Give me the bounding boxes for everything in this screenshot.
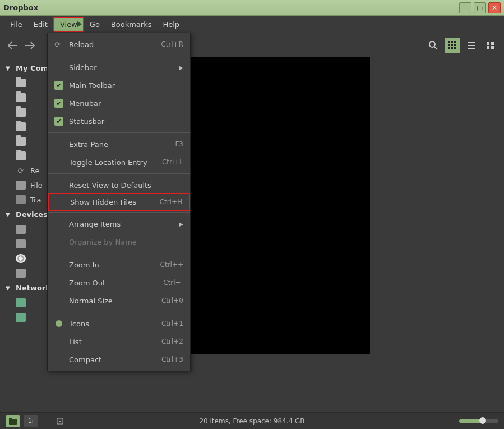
sidebar-item-label: Re — [30, 167, 39, 175]
zoom-knob[interactable] — [479, 417, 486, 424]
menu-go[interactable]: Go — [84, 18, 105, 31]
disk-icon — [16, 254, 26, 263]
menu-item-accel: Ctrl+L — [162, 158, 183, 166]
folder-icon — [16, 137, 26, 146]
drive-icon — [16, 225, 26, 234]
folder-icon — [16, 79, 26, 87]
recent-icon: ⟳ — [16, 166, 26, 175]
svg-rect-3 — [454, 41, 456, 43]
menu-sidebar[interactable]: Sidebar ▶ — [48, 58, 190, 76]
folder-icon — [16, 108, 26, 117]
folder-icon — [16, 122, 26, 131]
menu-item-accel: Ctrl++ — [160, 261, 183, 269]
tree-button[interactable]: 1: — [24, 415, 38, 427]
close-button[interactable]: ✕ — [488, 2, 501, 13]
grid-icon — [448, 41, 456, 49]
svg-rect-7 — [448, 47, 450, 49]
menu-item-accel: F3 — [175, 140, 183, 148]
menu-reload[interactable]: ⟳ Reload Ctrl+R — [48, 35, 190, 53]
menu-normal-size[interactable]: Normal Size Ctrl+0 — [48, 292, 190, 310]
menu-compact-view[interactable]: Compact Ctrl+3 — [48, 350, 190, 368]
menu-bookmarks[interactable]: Bookmarks — [105, 18, 158, 31]
menu-item-label: Main Toolbar — [69, 81, 183, 90]
zoom-slider[interactable] — [459, 419, 498, 423]
radio-selected-icon — [56, 320, 62, 327]
search-icon — [429, 41, 438, 50]
menu-item-label: Toggle Location Entry — [69, 158, 162, 167]
menu-file[interactable]: File — [4, 18, 28, 31]
statusbar: 1: 20 items, Free space: 984.4 GB — [0, 412, 504, 429]
close-pane-icon — [57, 418, 63, 425]
menu-zoom-out[interactable]: Zoom Out Ctrl+- — [48, 274, 190, 292]
menu-item-accel: Ctrl+2 — [161, 338, 183, 345]
menu-item-label: Reset View to Defaults — [69, 181, 183, 190]
menu-item-label: Icons — [70, 320, 161, 328]
menu-separator — [48, 253, 190, 253]
menu-separator — [48, 173, 190, 174]
titlebar: Dropbox – ▢ ✕ — [0, 0, 504, 16]
menu-extra-pane[interactable]: Extra Pane F3 — [48, 135, 190, 153]
menu-help[interactable]: Help — [157, 18, 185, 31]
menu-zoom-in[interactable]: Zoom In Ctrl++ — [48, 256, 190, 274]
svg-rect-6 — [454, 44, 456, 46]
svg-rect-5 — [451, 44, 453, 46]
status-text: 20 items, Free space: 984.4 GB — [199, 417, 304, 425]
sidebar-item-label: Tra — [30, 196, 41, 204]
menu-toggle-location[interactable]: Toggle Location Entry Ctrl+L — [48, 153, 190, 171]
svg-rect-10 — [468, 42, 475, 43]
list-view-button[interactable] — [464, 38, 479, 53]
menu-item-label: Show Hidden Files — [70, 198, 160, 206]
menu-item-label: Sidebar — [69, 63, 179, 72]
forward-button[interactable] — [24, 39, 37, 52]
drive-icon — [16, 181, 26, 190]
compact-icon — [487, 41, 494, 49]
compact-view-button[interactable] — [483, 38, 498, 53]
menu-list-view[interactable]: List Ctrl+2 — [48, 333, 190, 350]
back-button[interactable] — [6, 39, 19, 52]
menu-item-label: Compact — [69, 356, 161, 364]
places-button[interactable] — [6, 415, 20, 427]
menu-view[interactable]: View — [53, 17, 84, 32]
menu-reset-view[interactable]: Reset View to Defaults — [48, 176, 190, 194]
maximize-button[interactable]: ▢ — [474, 2, 486, 13]
menu-item-accel: Ctrl+0 — [161, 297, 183, 305]
svg-rect-12 — [468, 48, 475, 49]
menu-item-label: Menubar — [69, 99, 183, 108]
window-title: Dropbox — [3, 3, 457, 12]
menu-item-accel: Ctrl+1 — [161, 320, 183, 327]
close-pane-button[interactable] — [53, 415, 67, 427]
menu-menubar[interactable]: ✔ Menubar — [48, 94, 190, 112]
zoom-fill — [459, 419, 481, 423]
checkbox-checked-icon: ✔ — [54, 99, 63, 108]
minimize-button[interactable]: – — [459, 2, 471, 13]
menubar: File Edit View Go Bookmarks Help — [0, 16, 504, 33]
menu-item-label: Reload — [69, 40, 161, 49]
svg-rect-15 — [487, 46, 489, 49]
menu-show-hidden-files[interactable]: Show Hidden Files Ctrl+H — [48, 193, 190, 211]
svg-point-0 — [429, 41, 435, 47]
menu-main-toolbar[interactable]: ✔ Main Toolbar — [48, 76, 190, 94]
forward-arrow-icon — [25, 41, 35, 49]
icon-view-button[interactable] — [445, 38, 460, 53]
view-dropdown-menu: ⟳ Reload Ctrl+R Sidebar ▶ ✔ Main Toolbar… — [47, 33, 191, 371]
chevron-down-icon: ▼ — [6, 211, 12, 218]
reload-icon: ⟳ — [54, 40, 69, 49]
menu-separator — [48, 132, 190, 133]
svg-rect-18 — [9, 418, 12, 419]
svg-rect-14 — [491, 42, 494, 45]
folder-icon — [16, 151, 26, 160]
svg-rect-8 — [451, 47, 453, 49]
svg-rect-13 — [487, 42, 489, 45]
svg-rect-17 — [9, 419, 17, 425]
menu-item-accel: Ctrl+H — [160, 198, 182, 206]
svg-rect-9 — [454, 47, 456, 49]
menu-icons-view[interactable]: Icons Ctrl+1 — [48, 315, 190, 333]
menu-edit[interactable]: Edit — [28, 18, 53, 31]
menu-item-label: List — [69, 338, 161, 346]
search-button[interactable] — [426, 38, 441, 53]
sidebar-section-label: Devices — [16, 210, 48, 219]
menu-arrange-items[interactable]: Arrange Items ▶ — [48, 215, 190, 233]
svg-rect-1 — [448, 41, 450, 43]
network-folder-icon — [16, 298, 26, 307]
menu-statusbar[interactable]: ✔ Statusbar — [48, 112, 190, 130]
